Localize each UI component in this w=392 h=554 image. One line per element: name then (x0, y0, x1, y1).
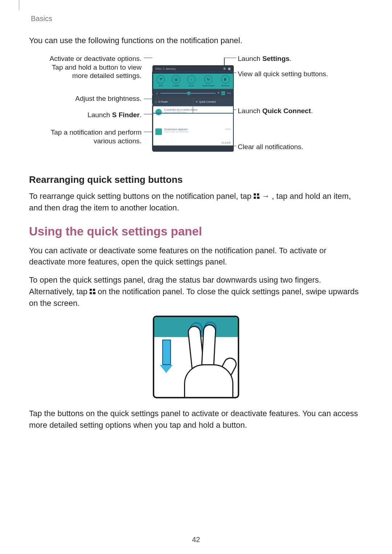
callout-sfinder: Launch S Finder. (40, 111, 142, 119)
settings-gear-icon: ⚙ (223, 67, 226, 70)
callout-quick-connect: Launch Quick Connect. (238, 107, 313, 115)
callout-brightness: Adjust the brightness. (40, 94, 142, 103)
page-number: 42 (0, 535, 392, 544)
grid-icon (254, 193, 260, 199)
callout-notification-tap: Tap a notification and perform various a… (40, 128, 142, 145)
callout-clear: Clear all notifications. (238, 143, 303, 151)
down-arrow-icon (162, 340, 175, 373)
qs-paragraph-3: Tap the buttons on the quick settings pa… (29, 408, 363, 431)
callout-view-all: View all quick setting buttons. (238, 70, 328, 78)
callout-settings: Launch Settings. (238, 54, 291, 63)
grid-small-icon: ▦ (228, 67, 231, 70)
rearranging-paragraph: To rearrange quick setting buttons on th… (29, 190, 363, 214)
qs-paragraph-1: You can activate or deactivate some feat… (29, 245, 363, 268)
hand-icon (180, 319, 231, 392)
notification-panel-diagram: Activate or deactivate options. Tap and … (40, 54, 352, 160)
subheading-rearranging: Rearranging quick setting buttons (29, 174, 363, 185)
callout-activate: Activate or deactivate options. Tap and … (40, 54, 142, 80)
heading-quick-settings: Using the quick settings panel (29, 225, 363, 238)
intro-text: You can use the following functions on t… (29, 35, 363, 46)
grid-icon (90, 289, 95, 295)
qs-paragraph-2: To open the quick settings panel, drag t… (29, 274, 363, 309)
section-label: Basics (31, 15, 363, 23)
two-finger-swipe-illustration (153, 316, 239, 398)
